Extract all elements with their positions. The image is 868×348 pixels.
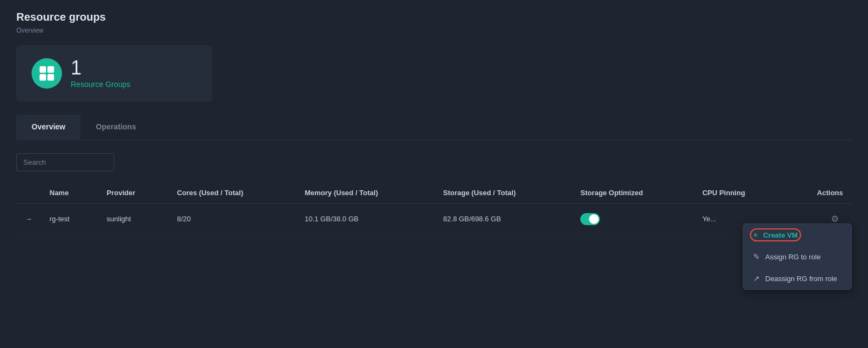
- col-header-name: Name: [41, 182, 98, 204]
- create-vm-icon: +: [753, 231, 758, 239]
- resource-count: 1: [71, 58, 131, 78]
- table-row: → rg-test sunlight 8/20 10.1 GB/38.0 GB …: [16, 204, 852, 234]
- resource-info: 1 Resource Groups: [71, 58, 131, 89]
- table-header-row: Name Provider Cores (Used / Total) Memor…: [16, 182, 852, 204]
- assign-rg-label: Assign RG to role: [765, 253, 821, 261]
- breadcrumb: Overview: [16, 27, 852, 34]
- col-header-memory: Memory (Used / Total): [296, 182, 435, 204]
- actions-dropdown: + Create VM ✎ Assign RG to role ↗ Deassi…: [743, 223, 852, 290]
- col-header-arrow: [16, 182, 41, 204]
- tab-operations[interactable]: Operations: [80, 115, 151, 140]
- col-header-provider: Provider: [98, 182, 168, 204]
- page-container: Resource groups Overview 1 Resource Grou…: [0, 0, 868, 245]
- tabs-container: Overview Operations: [16, 115, 852, 140]
- create-vm-wrapper: + Create VM: [753, 231, 798, 239]
- row-actions-cell: ⚙ + Create VM ✎ Assign RG to role: [785, 204, 852, 234]
- search-bar: [16, 153, 852, 171]
- col-header-cores: Cores (Used / Total): [168, 182, 296, 204]
- resource-groups-svg: [38, 65, 55, 82]
- create-vm-label: Create VM: [763, 231, 798, 239]
- col-header-actions: Actions: [785, 182, 852, 204]
- dropdown-item-deassign-rg[interactable]: ↗ Deassign RG from role: [743, 268, 851, 289]
- row-cores: 8/20: [168, 204, 296, 234]
- assign-rg-icon: ✎: [753, 252, 760, 261]
- search-input[interactable]: [16, 153, 114, 171]
- deassign-rg-icon: ↗: [753, 274, 760, 283]
- svg-rect-3: [47, 74, 54, 80]
- resource-groups-table: Name Provider Cores (Used / Total) Memor…: [16, 182, 852, 234]
- svg-rect-1: [47, 66, 54, 73]
- resource-label: Resource Groups: [71, 80, 131, 89]
- row-provider: sunlight: [98, 204, 168, 234]
- svg-rect-0: [40, 66, 46, 73]
- table-body: → rg-test sunlight 8/20 10.1 GB/38.0 GB …: [16, 204, 852, 234]
- row-name: rg-test: [41, 204, 98, 234]
- row-memory: 10.1 GB/38.0 GB: [296, 204, 435, 234]
- page-title: Resource groups: [16, 11, 852, 23]
- deassign-rg-label: Deassign RG from role: [765, 275, 837, 283]
- row-storage-optimized: [572, 204, 693, 234]
- col-header-storage: Storage (Used / Total): [435, 182, 572, 204]
- storage-optimized-toggle: [580, 213, 685, 225]
- col-header-cpu-pinning: CPU Pinning: [693, 182, 785, 204]
- col-header-storage-optimized: Storage Optimized: [572, 182, 693, 204]
- resource-groups-icon: [32, 58, 62, 89]
- row-arrow: →: [16, 204, 41, 234]
- storage-optimized-icon: [580, 213, 600, 225]
- svg-rect-2: [40, 74, 46, 80]
- resource-card: 1 Resource Groups: [16, 45, 212, 102]
- dropdown-item-assign-rg[interactable]: ✎ Assign RG to role: [743, 246, 851, 268]
- tab-overview[interactable]: Overview: [16, 115, 80, 140]
- table-header: Name Provider Cores (Used / Total) Memor…: [16, 182, 852, 204]
- row-storage: 82.8 GB/698.6 GB: [435, 204, 572, 234]
- dropdown-item-create-vm[interactable]: + Create VM: [743, 224, 851, 246]
